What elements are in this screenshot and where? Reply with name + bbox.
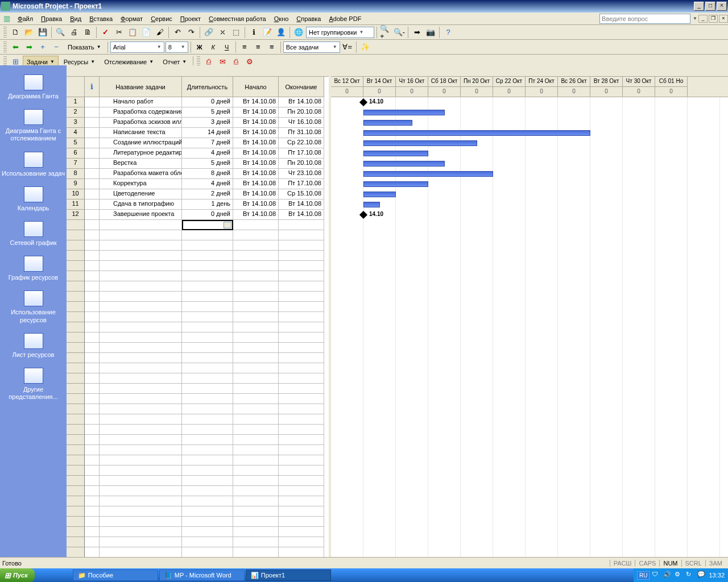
format-painter-button[interactable]: 🖌 <box>154 26 166 39</box>
font-size-combo[interactable]: 8▼ <box>166 41 188 53</box>
table-row[interactable] <box>67 343 329 353</box>
select-all-header[interactable] <box>67 77 85 97</box>
tray-icon[interactable]: ↻ <box>686 571 695 580</box>
table-row[interactable] <box>67 527 329 537</box>
milestone-icon[interactable] <box>359 211 367 219</box>
gantt-bar[interactable] <box>363 171 493 177</box>
gantt-bar[interactable] <box>363 151 428 156</box>
info-header[interactable]: ℹ <box>85 77 100 97</box>
print-button[interactable]: 🖨 <box>68 26 80 39</box>
table-row[interactable] <box>67 251 329 261</box>
gantt-bar[interactable] <box>363 181 428 187</box>
menu-0[interactable]: Файл <box>14 14 37 24</box>
table-row[interactable]: 12Завершение проекта0 днейВт 14.10.08Вт … <box>67 210 329 220</box>
help-search[interactable] <box>599 14 690 24</box>
table-row[interactable] <box>67 281 329 292</box>
table-row[interactable]: 3Разработка эскизов иллк3 днейВт 14.10.0… <box>67 118 329 128</box>
table-row[interactable] <box>67 292 329 302</box>
table-row[interactable]: 5Создание иллюстраций7 днейВт 14.10.08Ср… <box>67 138 329 148</box>
group-combo[interactable]: Нет группировки▼ <box>306 27 374 38</box>
table-row[interactable]: 10Цветоделение2 днейВт 14.10.08Ср 15.10.… <box>67 189 329 199</box>
duration-header[interactable]: Длительность <box>182 77 233 97</box>
new-button[interactable]: 🗋 <box>9 26 22 39</box>
tray-icon[interactable]: 💬 <box>697 571 706 580</box>
bold-button[interactable]: Ж <box>193 41 206 53</box>
menu-10[interactable]: Adobe PDF <box>325 14 366 24</box>
view-item-0[interactable]: Диаграмма Ганта <box>0 71 67 106</box>
menu-9[interactable]: Справка <box>292 14 325 24</box>
media-icon[interactable] <box>60 570 70 580</box>
table-row[interactable]: 1Начало работ0 днейВт 14.10.08Вт 14.10.0… <box>67 97 329 107</box>
start-button[interactable]: ⊞Пуск <box>0 568 35 582</box>
show-outline-button[interactable]: Показать▼ <box>64 41 105 53</box>
table-row[interactable] <box>67 322 329 332</box>
mdi-close[interactable]: × <box>719 15 728 23</box>
table-row[interactable] <box>67 486 329 496</box>
help-dropdown-icon[interactable]: ▼ <box>693 16 697 21</box>
gantt-timescale[interactable]: Вс 12 Окт0Вт 14 Окт0Чт 16 Окт0Сб 18 Окт0… <box>331 77 728 97</box>
table-row[interactable] <box>67 414 329 425</box>
view-item-5[interactable]: График ресурсов <box>0 252 67 287</box>
gantt-bar[interactable] <box>363 202 380 207</box>
show-subtasks-button[interactable]: + <box>36 41 49 53</box>
table-row[interactable]: 2Разработка содержания5 днейВт 14.10.08П… <box>67 107 329 118</box>
toolbar-grip[interactable] <box>3 41 7 53</box>
unlink-button[interactable]: ⤫ <box>216 26 229 39</box>
align-right-button[interactable]: ≡ <box>266 41 278 53</box>
table-row[interactable] <box>67 332 329 343</box>
table-row[interactable] <box>67 445 329 455</box>
paste-button[interactable]: 📄 <box>140 26 152 39</box>
show-desktop-icon[interactable] <box>37 570 47 580</box>
table-row[interactable]: 8Разработка макета обло8 днейВт 14.10.08… <box>67 169 329 179</box>
menu-3[interactable]: Вставка <box>85 14 117 24</box>
start-header[interactable]: Начало <box>233 77 279 97</box>
undo-button[interactable]: ↶ <box>171 26 184 39</box>
split-button[interactable]: ⬚ <box>230 26 242 39</box>
finish-header[interactable]: Окончание <box>279 77 324 97</box>
publish-button[interactable]: 🌐 <box>292 26 305 39</box>
menu-5[interactable]: Сервис <box>147 14 176 24</box>
toolbar-grip[interactable] <box>3 27 7 38</box>
table-row[interactable] <box>67 404 329 414</box>
gantt-bar[interactable] <box>363 161 445 167</box>
copy-picture-button[interactable]: 📷 <box>424 26 437 39</box>
view-item-3[interactable]: Календарь <box>0 183 67 218</box>
name-header[interactable]: Название задачи <box>100 77 182 97</box>
table-row[interactable] <box>67 230 329 240</box>
table-row[interactable] <box>67 517 329 527</box>
table-row[interactable] <box>67 394 329 404</box>
table-row[interactable] <box>67 363 329 373</box>
table-row[interactable] <box>67 373 329 384</box>
table-row[interactable] <box>67 547 329 558</box>
table-row[interactable] <box>67 240 329 251</box>
gantt-bar[interactable] <box>363 110 445 115</box>
table-row[interactable] <box>67 537 329 547</box>
align-left-button[interactable]: ≡ <box>238 41 251 53</box>
help-button[interactable]: ? <box>442 26 454 39</box>
menu-7[interactable]: Совместная работа <box>205 14 270 24</box>
spelling-button[interactable]: ✓ <box>99 26 111 39</box>
taskbar-item-2[interactable]: 📊Проект1 <box>246 569 331 581</box>
table-row[interactable] <box>67 302 329 312</box>
table-row[interactable]: 9Корректура4 днейВт 14.10.08Пт 17.10.08 <box>67 179 329 189</box>
minimize-button[interactable]: _ <box>694 2 704 11</box>
table-row[interactable]: 6Литературное редактирс4 днейВт 14.10.08… <box>67 148 329 159</box>
font-combo[interactable]: Arial▼ <box>110 41 164 53</box>
language-indicator[interactable]: RU <box>637 571 650 580</box>
table-row[interactable] <box>67 353 329 363</box>
indent-button[interactable]: ➡ <box>23 41 35 53</box>
save-button[interactable]: 💾 <box>36 26 49 39</box>
table-row[interactable] <box>67 271 329 281</box>
table-row[interactable] <box>67 435 329 445</box>
gantt-body[interactable]: 14.1014.10 <box>331 97 728 559</box>
link-button[interactable]: 🔗 <box>202 26 215 39</box>
gantt-bar[interactable] <box>363 130 590 136</box>
table-row[interactable] <box>67 476 329 486</box>
clock[interactable]: 13:32 <box>709 572 725 579</box>
ie-icon[interactable] <box>48 570 59 580</box>
view-item-8[interactable]: Другие представления... <box>0 364 67 406</box>
milestone-icon[interactable] <box>359 98 367 106</box>
tray-icon[interactable]: 🛡 <box>652 571 661 580</box>
gantt-bar[interactable] <box>363 120 412 126</box>
mdi-minimize[interactable]: _ <box>698 15 708 23</box>
